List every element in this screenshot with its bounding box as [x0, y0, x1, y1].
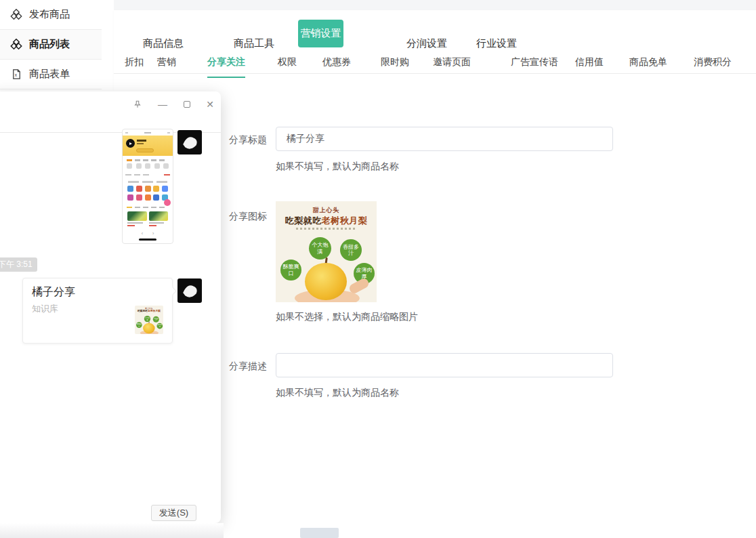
chat-share-window: — ✕ [0, 91, 221, 523]
screen: 发布商品 商品列表 x 商品表单 商品信息 商品工具 [0, 0, 756, 538]
phone-stat-dash [143, 174, 149, 176]
phone-tab [127, 207, 132, 209]
promo-headline: 吃梨就吃老树秋月梨 [135, 310, 163, 313]
phone-app-icon [136, 186, 142, 192]
promo-subtext [296, 228, 356, 230]
phone-icon-row [125, 163, 170, 170]
phone-back-glyph [125, 132, 128, 133]
promo-badge: 个大饱满 [309, 237, 331, 260]
share-icon-image[interactable]: 甜上心头 吃梨就吃老树秋月梨 个大饱满 香甜多汁 酥脆爽口 皮薄肉厚 [276, 201, 377, 302]
share-card-title: 橘子分享 [32, 285, 75, 299]
send-button[interactable]: 发送(S) [151, 505, 196, 521]
phone-product-image [149, 211, 169, 221]
phone-product-image [127, 211, 147, 221]
promo-badge: 酥脆爽口 [280, 260, 301, 281]
share-card-subtitle: 知识库 [32, 303, 58, 315]
promo-headline: 吃梨就吃老树秋月梨 [276, 215, 377, 227]
phone-userinfo-dash [137, 143, 144, 144]
phone-icon [127, 163, 132, 169]
chevron-left-icon: ‹ [142, 231, 143, 236]
phone-app-grid-row1 [125, 184, 170, 193]
sent-screenshot-message[interactable]: ‹› [122, 129, 173, 244]
sidebar-item-label: 商品表单 [29, 68, 70, 81]
cubes-icon [9, 8, 23, 22]
bubble-tail [168, 287, 177, 295]
phone-tab [151, 159, 156, 161]
phone-product-dash [149, 222, 165, 224]
pear-promo-art-thumb: 甜上心头 吃梨就吃老树秋月梨 个大饱满 香甜多汁 酥脆爽口 皮薄肉厚 [135, 306, 163, 334]
horizontal-scrollbar-thumb[interactable] [300, 528, 339, 538]
share-desc-input[interactable] [276, 353, 613, 377]
user-avatar[interactable] [177, 278, 202, 303]
phone-username-dash [137, 140, 146, 142]
svg-text:x: x [14, 73, 17, 77]
phone-icon [154, 163, 160, 169]
phone-stat-dash [125, 174, 131, 176]
share-title-label: 分享标题 [229, 134, 267, 146]
phone-app-icon [162, 186, 168, 192]
phone-status-bar [123, 129, 173, 136]
share-icon-label: 分享图标 [229, 211, 267, 223]
promo-badge: 香甜多汁 [340, 239, 362, 261]
phone-home-indicator [139, 239, 156, 241]
maximize-icon[interactable] [178, 96, 196, 113]
tabs-header-panel: 商品信息 商品工具 营销设置 分润设置 行业设置 折扣 营销 分享关注 权限 优… [114, 10, 756, 89]
phone-app-icon [127, 194, 133, 201]
phone-more-glyph [167, 132, 170, 133]
sidebar-item-product-list[interactable]: 商品列表 [0, 30, 102, 60]
phone-app-grid-row2 [125, 193, 170, 202]
phone-stat-red [164, 174, 170, 176]
tab-marketing-settings[interactable]: 营销设置 [298, 20, 343, 47]
phone-tab [159, 159, 165, 161]
phone-section-dash [156, 181, 167, 183]
phone-icon [136, 163, 142, 169]
sidebar-item-product-form[interactable]: x 商品表单 [0, 60, 102, 89]
tab-product-info[interactable]: 商品信息 [143, 37, 184, 50]
phone-floating-button [164, 199, 171, 206]
hand-thumb [348, 277, 370, 295]
sidebar-item-label: 商品列表 [29, 38, 70, 51]
share-desc-helper: 如果不填写，默认为商品名称 [276, 387, 399, 399]
phone-menu-card [124, 157, 171, 171]
phone-profile-header [123, 136, 173, 156]
user-avatar[interactable] [177, 130, 202, 154]
phone-vip-pill [136, 148, 154, 152]
tab-product-tools[interactable]: 商品工具 [234, 37, 274, 50]
phone-price-dash [149, 225, 156, 226]
cubes-icon [9, 38, 23, 51]
phone-tab [135, 207, 140, 209]
message-timestamp: 下午 3:51 [0, 257, 37, 272]
tab-profit-settings[interactable]: 分润设置 [406, 37, 447, 50]
sidebar: 发布商品 商品列表 x 商品表单 [0, 0, 114, 95]
phone-icon [145, 163, 150, 169]
minimize-icon[interactable]: — [154, 96, 171, 113]
phone-services-card [124, 178, 171, 203]
phone-stat-dash [134, 174, 140, 176]
sidebar-item-publish-product[interactable]: 发布商品 [0, 0, 102, 30]
close-icon[interactable]: ✕ [201, 96, 219, 113]
pear-promo-art: 甜上心头 吃梨就吃老树秋月梨 个大饱满 香甜多汁 酥脆爽口 皮薄肉厚 [276, 201, 377, 302]
tab-industry-settings[interactable]: 行业设置 [476, 37, 517, 50]
page-background-strip [0, 523, 224, 538]
promo-tagline: 甜上心头 [276, 206, 377, 215]
phone-title-dash [144, 132, 151, 133]
phone-icon [163, 163, 169, 169]
phone-product [127, 211, 147, 226]
phone-tab [127, 159, 132, 161]
phone-price-dash [127, 225, 135, 226]
share-link-card[interactable]: 橘子分享 知识库 甜上心头 吃梨就吃老树秋月梨 个大饱满 香甜多汁 酥脆爽口 皮… [22, 278, 173, 344]
phone-pager: ‹› [123, 229, 173, 236]
pin-icon[interactable] [129, 96, 146, 113]
phone-tab [143, 207, 148, 209]
subtab-share-follow[interactable]: 分享关注 [207, 56, 245, 78]
phone-app-icon [145, 186, 151, 192]
share-title-input[interactable] [276, 127, 613, 151]
phone-products-card [124, 205, 171, 230]
phone-section-dash [142, 181, 153, 183]
share-icon-helper: 如果不选择，默认为商品缩略图片 [276, 311, 418, 323]
phone-stats-card [124, 173, 171, 178]
promo-badge: 酥脆爽口 [136, 322, 142, 328]
phone-app-icon [136, 194, 142, 201]
phone-tab [159, 207, 165, 209]
sidebar-item-label: 发布商品 [29, 8, 70, 21]
